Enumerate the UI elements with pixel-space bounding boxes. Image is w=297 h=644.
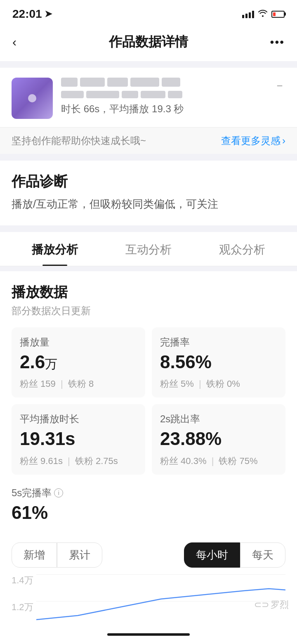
diagnosis-title: 作品诊断	[12, 172, 285, 191]
watermark-text: 罗烈	[271, 599, 289, 611]
tab-audience-analysis[interactable]: 观众分析	[195, 232, 289, 266]
stat-label-avg-duration: 平均播放时长	[20, 412, 137, 426]
video-card: 时长 66s，平均播放 19.3 秒 － 坚持创作能帮助你快速成长哦~ 查看更多…	[0, 68, 297, 154]
wifi-icon	[258, 9, 267, 19]
tab-play-analysis[interactable]: 播放分析	[8, 232, 102, 266]
stat-box-completion: 完播率 8.56% 粉丝 5% | 铁粉 0%	[152, 327, 285, 398]
home-bar	[107, 633, 190, 636]
toggle-group-time: 每小时 每天	[184, 542, 285, 568]
tip-text: 坚持创作能帮助你快速成长哦~	[12, 134, 146, 147]
time-display: 22:01	[12, 7, 42, 21]
status-bar: 22:01 ➤	[0, 0, 297, 25]
navigation-icon: ➤	[45, 9, 52, 19]
back-button[interactable]: ‹	[12, 35, 33, 49]
stat-label-completion: 完播率	[160, 336, 277, 349]
tip-bar: 坚持创作能帮助你快速成长哦~ 查看更多灵感 ›	[0, 127, 297, 154]
chart-line-svg	[36, 578, 285, 628]
watermark: ⊂⊃ 罗烈	[254, 599, 289, 611]
tabs-row: 播放分析 互动分析 观众分析	[0, 232, 297, 266]
info-icon[interactable]: i	[54, 488, 63, 497]
stat-box-bounce: 2s跳出率 23.88% 粉丝 40.3% | 铁粉 75%	[152, 404, 285, 474]
signal-icon	[242, 10, 254, 18]
status-icons	[242, 9, 285, 19]
page-title: 作品数据详情	[109, 33, 188, 51]
watermark-icon: ⊂⊃	[254, 599, 269, 610]
section-subtitle: 部分数据次日更新	[12, 304, 285, 317]
section-title: 播放数据	[12, 283, 285, 302]
stat-sub-bounce: 粉丝 40.3% | 铁粉 75%	[160, 455, 277, 467]
toggle-cumulative[interactable]: 累计	[57, 542, 102, 568]
video-text-column: 时长 66s，平均播放 19.3 秒	[61, 78, 266, 116]
diagnosis-card: 作品诊断 播放/互动正常，但吸粉较同类偏低，可关注	[0, 161, 297, 225]
toggle-new[interactable]: 新增	[12, 542, 57, 568]
video-meta: 时长 66s，平均播放 19.3 秒	[61, 102, 266, 116]
more-button[interactable]: •••	[264, 36, 285, 49]
header: ‹ 作品数据详情 •••	[0, 25, 297, 61]
stat-sub-plays: 粉丝 159 | 铁粉 8	[20, 378, 137, 390]
video-title-block	[61, 78, 266, 87]
tabs-container: 播放分析 互动分析 观众分析	[0, 232, 297, 266]
stat-value-bounce: 23.88%	[160, 429, 277, 449]
stat-label-bounce: 2s跳出率	[160, 412, 277, 426]
chart-y-label-mid: 1.2万	[12, 601, 33, 613]
toggle-hourly[interactable]: 每小时	[184, 542, 240, 568]
toggle-daily[interactable]: 每天	[240, 542, 285, 568]
main-content: 播放数据 部分数据次日更新 播放量 2.6万 粉丝 159 | 铁粉 8 完播率…	[0, 271, 297, 644]
diagnosis-desc: 播放/互动正常，但吸粉较同类偏低，可关注	[12, 196, 285, 212]
video-minus: －	[274, 78, 285, 93]
stat-label-plays: 播放量	[20, 336, 137, 349]
video-thumbnail	[12, 78, 53, 119]
tip-link-arrow: ›	[282, 135, 285, 147]
stat-value-avg-duration: 19.31s	[20, 429, 137, 449]
toggle-group-incremental: 新增 累计	[12, 542, 102, 568]
battery-icon	[271, 11, 285, 18]
toggle-row: 新增 累计 每小时 每天	[12, 542, 285, 568]
tip-link-text: 查看更多灵感	[221, 134, 280, 147]
stat-sub-avg-duration: 粉丝 9.61s | 铁粉 2.75s	[20, 455, 137, 467]
status-time: 22:01 ➤	[12, 7, 52, 21]
stat-box-plays: 播放量 2.6万 粉丝 159 | 铁粉 8	[12, 327, 145, 398]
stat-value-completion: 8.56%	[160, 352, 277, 372]
home-indicator	[0, 627, 297, 644]
tab-interaction-analysis[interactable]: 互动分析	[102, 232, 196, 266]
stats-grid: 播放量 2.6万 粉丝 159 | 铁粉 8 完播率 8.56% 粉丝 5% |…	[12, 327, 285, 475]
stat-value-5s: 61%	[12, 503, 285, 523]
stat-box-avg-duration: 平均播放时长 19.31s 粉丝 9.61s | 铁粉 2.75s	[12, 404, 145, 474]
stat-label-5s: 5s完播率 i	[12, 486, 285, 500]
stat-single-5s: 5s完播率 i 61%	[12, 478, 285, 533]
chart-y-label-top: 1.4万	[12, 574, 33, 587]
tip-link[interactable]: 查看更多灵感 ›	[221, 134, 285, 147]
stat-sub-completion: 粉丝 5% | 铁粉 0%	[160, 378, 277, 390]
stat-value-plays: 2.6万	[20, 352, 137, 372]
